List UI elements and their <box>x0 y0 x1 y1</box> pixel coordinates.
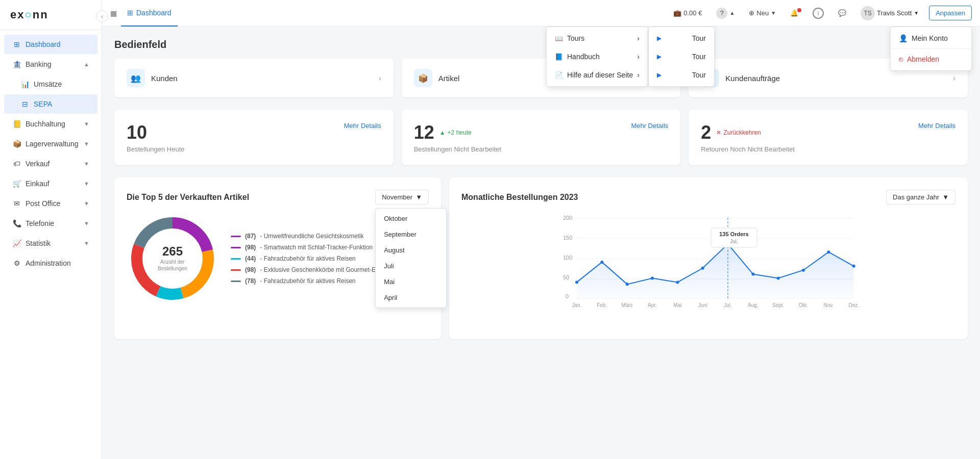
stat-card-returns: 2 ✕ Zurückkehren Mehr Details Retouren N… <box>689 110 968 165</box>
neu-button[interactable]: ⊕ Neu ▼ <box>745 7 780 19</box>
sidebar-item-verkauf[interactable]: 🏷 Verkauf ▼ <box>4 154 97 173</box>
svg-text:200: 200 <box>563 215 572 221</box>
month-label: November <box>382 193 412 201</box>
topbar-right: 💼 0.00 € ? ▲ ⊕ Neu ▼ 🔔 i <box>669 4 972 22</box>
stat-label-returns: Retouren Noch Nicht Bearbeitet <box>701 145 955 153</box>
svg-text:Jul.: Jul. <box>730 239 738 244</box>
sidebar-item-lagerverwaltung[interactable]: 📦 Lagerverwaltung ▼ <box>4 134 97 154</box>
sidebar-item-telefonie[interactable]: 📞 Telefonie ▼ <box>4 214 97 233</box>
svg-text:Mai: Mai <box>673 302 681 308</box>
tour-item-2[interactable]: ▶ Tour <box>649 47 714 66</box>
chevron-down-icon: ▼ <box>84 141 89 147</box>
month-item-juli[interactable]: Juli <box>376 258 446 274</box>
svg-point-24 <box>676 280 679 284</box>
month-dropdown-button[interactable]: November ▼ <box>375 190 429 205</box>
kunden-label: Kunden <box>151 74 178 83</box>
sidebar-item-label: Verkauf <box>26 160 50 168</box>
chevron-right-icon: › <box>637 71 640 79</box>
sidebar-nav: ⊞ Dashboard 🏦 Banking ▲ 📊 Umsätze ⊟ SEPA <box>0 30 102 459</box>
users-icon: 👥 <box>127 69 145 87</box>
stat-label-unprocessed: Bestellungen Nicht Bearbeitet <box>414 145 669 153</box>
legend-item-4: (98) - Exklusive Geschenkkörbe mit Gourm… <box>231 266 388 273</box>
help-button[interactable]: ? ▲ <box>712 6 739 21</box>
quick-card-kunden[interactable]: 👥 Kunden › <box>114 59 394 97</box>
sidebar-item-einkauf[interactable]: 🛒 Einkauf ▼ <box>4 174 97 193</box>
arrow-right-icon: › <box>379 74 381 82</box>
sidebar-item-label: Administration <box>26 259 71 267</box>
anpassen-button[interactable]: Anpassen <box>929 6 972 20</box>
help-icon: ? <box>716 8 727 19</box>
svg-text:Aug.: Aug. <box>748 302 758 308</box>
svg-text:Feb.: Feb. <box>597 302 607 308</box>
svg-point-33 <box>802 269 805 272</box>
svg-marker-19 <box>577 244 854 298</box>
svg-text:Sept.: Sept. <box>772 302 784 308</box>
tours-menu-item[interactable]: 📖 Tours › <box>547 29 648 47</box>
stats-row: 10 Mehr Details Bestellungen Heute 12 ▲ … <box>114 110 968 165</box>
chat-icon: 💬 <box>838 9 846 17</box>
month-item-april[interactable]: April <box>376 290 446 305</box>
abmelden-label: Abmelden <box>907 55 939 63</box>
mein-konto-item[interactable]: 👤 Mein Konto <box>891 29 971 47</box>
legend-item-1: (87) - Umweltfreundliche Gesichtskosmeti… <box>231 233 388 240</box>
chevron-down-icon: ▼ <box>84 220 89 226</box>
abmelden-item[interactable]: ⎋ Abmelden <box>891 50 971 68</box>
book-icon: 📒 <box>12 119 21 129</box>
stat-label-today: Bestellungen Heute <box>127 145 381 153</box>
mehr-details-unprocessed[interactable]: Mehr Details <box>631 122 668 130</box>
x-icon: ✕ <box>716 129 721 136</box>
mehr-details-returns[interactable]: Mehr Details <box>918 122 955 130</box>
tour-item-3[interactable]: ▶ Tour <box>649 66 714 84</box>
sidebar-item-statistik[interactable]: 📈 Statistik ▼ <box>4 234 97 253</box>
chevron-down-icon: ▼ <box>84 181 89 187</box>
month-item-oktober[interactable]: Oktober <box>376 211 446 226</box>
legend-count-1: (87) <box>245 233 256 240</box>
top5-card: Die Top 5 der Verkauften Artikel Novembe… <box>114 177 441 339</box>
sidebar-item-label: Lagerverwaltung <box>26 140 79 148</box>
year-dropdown-button[interactable]: Das ganze Jahr ▼ <box>886 190 955 205</box>
info-button[interactable]: i <box>808 6 828 21</box>
user-menu-button[interactable]: TS Travis Scott ▼ <box>856 4 923 22</box>
notification-button[interactable]: 🔔 <box>786 7 802 19</box>
tab-dashboard[interactable]: ⊞ Dashboard <box>121 0 178 27</box>
tab-grid-icon: ⊞ <box>127 9 133 17</box>
svg-text:Anzahl der: Anzahl der <box>160 259 185 265</box>
tag-icon: 🏷 <box>12 159 21 168</box>
hilfe-label: Hilfe auf dieser Seite <box>567 71 633 79</box>
svg-text:Okt.: Okt. <box>799 302 808 308</box>
sidebar-item-dashboard[interactable]: ⊞ Dashboard <box>4 35 97 54</box>
chevron-down-icon: ▼ <box>942 193 949 201</box>
sidebar-item-label: Umsätze <box>34 80 62 88</box>
chat-button[interactable]: 💬 <box>834 7 850 19</box>
line-chart: 200 150 100 50 0 <box>461 213 955 325</box>
sidebar-item-umsaetze[interactable]: 📊 Umsätze <box>4 74 97 94</box>
month-item-mai[interactable]: Mai <box>376 274 446 290</box>
cart-icon: 🛒 <box>12 179 21 188</box>
sidebar-item-label: Dashboard <box>26 40 61 48</box>
wallet-button[interactable]: 💼 0.00 € <box>669 7 706 19</box>
sidebar-item-post-office[interactable]: ✉ Post Office ▼ <box>4 194 97 213</box>
sidebar-item-banking[interactable]: 🏦 Banking ▲ <box>4 55 97 74</box>
svg-point-21 <box>600 261 603 264</box>
month-item-september[interactable]: September <box>376 226 446 242</box>
sidebar-collapse-button[interactable]: ‹ <box>96 10 108 22</box>
month-item-august[interactable]: August <box>376 242 446 258</box>
hilfe-menu-item[interactable]: 📄 Hilfe auf dieser Seite › <box>547 66 648 84</box>
stat-number-today: 10 <box>127 122 147 143</box>
handbuch-menu-item[interactable]: 📘 Handbuch › <box>547 47 648 66</box>
svg-point-35 <box>852 265 855 268</box>
chevron-right-icon: › <box>637 53 640 61</box>
legend-text-5: - Fahradzubehör für aktives Reisen <box>260 277 355 285</box>
sidebar-item-buchhaltung[interactable]: 📒 Buchhaltung ▼ <box>4 114 97 134</box>
mein-konto-label: Mein Konto <box>912 34 948 42</box>
tour-item-1[interactable]: ▶ Tour <box>649 29 714 47</box>
sidebar-item-sepa[interactable]: ⊟ SEPA <box>4 94 97 114</box>
mehr-details-today[interactable]: Mehr Details <box>344 122 381 130</box>
legend-dot-1 <box>231 236 241 237</box>
top5-title: Die Top 5 der Verkauften Artikel <box>127 193 249 202</box>
stats-icon: 📈 <box>12 239 21 248</box>
logo: ex○nn <box>10 8 48 21</box>
stat-number-unprocessed: 12 <box>414 122 434 143</box>
sepa-icon: ⊟ <box>20 99 30 109</box>
sidebar-item-administration[interactable]: ⚙ Administration <box>4 253 97 273</box>
